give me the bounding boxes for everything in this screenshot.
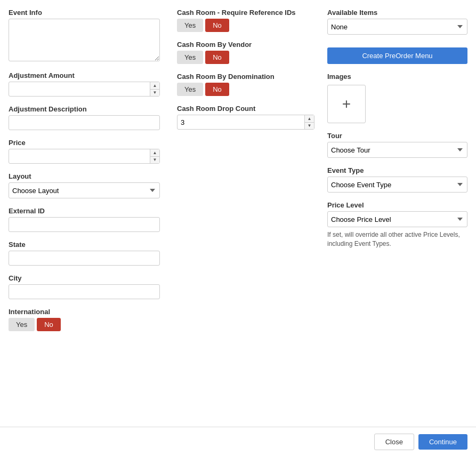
city-label: City xyxy=(9,274,160,282)
event-info-input[interactable] xyxy=(9,19,160,61)
adjustment-amount-label: Adjustment Amount xyxy=(9,71,160,79)
external-id-label: External ID xyxy=(9,207,160,215)
cash-room-ref-no-button[interactable]: No xyxy=(205,19,229,32)
cash-room-vendor-no-button[interactable]: No xyxy=(205,51,229,64)
available-items-label: Available Items xyxy=(327,9,467,17)
cash-room-vendor-yes-button[interactable]: Yes xyxy=(177,51,203,64)
event-type-label: Event Type xyxy=(327,166,467,174)
adjustment-amount-input[interactable] xyxy=(9,82,160,97)
adjustment-amount-up[interactable]: ▲ xyxy=(150,82,159,90)
available-items-select[interactable]: None xyxy=(327,19,467,35)
add-image-button[interactable]: + xyxy=(327,85,366,123)
close-button[interactable]: Close xyxy=(374,434,414,450)
layout-select[interactable]: Choose Layout xyxy=(9,182,160,198)
city-input[interactable] xyxy=(9,284,160,299)
add-icon: + xyxy=(342,95,351,113)
external-id-input[interactable] xyxy=(9,217,160,232)
price-down[interactable]: ▼ xyxy=(150,157,159,164)
adjustment-description-label: Adjustment Description xyxy=(9,105,160,113)
event-type-select[interactable]: Choose Event Type xyxy=(327,177,467,193)
price-input[interactable] xyxy=(9,149,160,164)
cash-room-denom-label: Cash Room By Denomination xyxy=(177,73,314,81)
cash-room-vendor-label: Cash Room By Vendor xyxy=(177,41,314,49)
state-input[interactable] xyxy=(9,251,160,266)
layout-label: Layout xyxy=(9,172,160,180)
cash-room-drop-down[interactable]: ▼ xyxy=(305,123,314,130)
adjustment-amount-down[interactable]: ▼ xyxy=(150,90,159,97)
adjustment-description-input[interactable] xyxy=(9,115,160,130)
price-level-select[interactable]: Choose Price Level xyxy=(327,211,467,227)
tour-select[interactable]: Choose Tour xyxy=(327,142,467,158)
cash-room-denom-no-button[interactable]: No xyxy=(205,83,229,96)
price-label: Price xyxy=(9,139,160,147)
event-info-label: Event Info xyxy=(9,9,160,17)
international-no-button[interactable]: No xyxy=(37,318,61,331)
create-preorder-button[interactable]: Create PreOrder Menu xyxy=(327,47,467,64)
images-label: Images xyxy=(327,73,467,81)
cash-room-denom-yes-button[interactable]: Yes xyxy=(177,83,203,96)
cash-room-ref-label: Cash Room - Require Reference IDs xyxy=(177,9,314,17)
cash-room-drop-input[interactable] xyxy=(177,115,314,130)
cash-room-drop-label: Cash Room Drop Count xyxy=(177,105,314,113)
international-label: International xyxy=(9,308,160,316)
cash-room-drop-up[interactable]: ▲ xyxy=(305,115,314,123)
price-level-hint: If set, will override all other active P… xyxy=(327,230,467,249)
continue-button[interactable]: Continue xyxy=(418,434,467,450)
tour-label: Tour xyxy=(327,132,467,140)
state-label: State xyxy=(9,241,160,249)
international-yes-button[interactable]: Yes xyxy=(9,318,35,331)
price-level-label: Price Level xyxy=(327,201,467,209)
cash-room-ref-yes-button[interactable]: Yes xyxy=(177,19,203,32)
price-up[interactable]: ▲ xyxy=(150,149,159,157)
